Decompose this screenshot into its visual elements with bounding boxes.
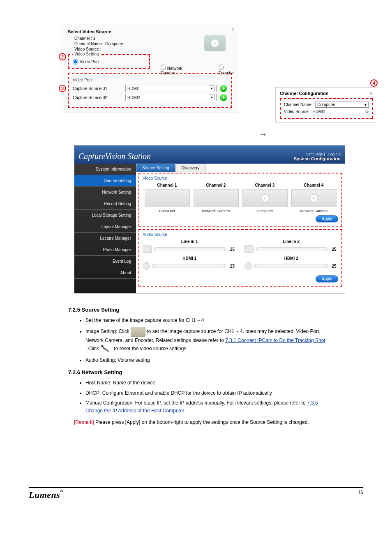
nav-source-setting[interactable]: Source Setting xyxy=(74,175,136,187)
line-in-1: Line in 1 25 xyxy=(143,239,236,253)
ch4-head: Channel 4 xyxy=(291,183,337,187)
ch3-head: Channel 3 xyxy=(242,183,288,187)
nav-layout-manager[interactable]: Layout Manager xyxy=(74,221,136,233)
ch4-thumb: + xyxy=(291,189,337,207)
cvs-header: CaptureVision Station Language | Log out… xyxy=(74,146,345,164)
video-source-panel: Video Source Channel 1 Computer Channel … xyxy=(138,173,342,227)
channel-2[interactable]: Channel 2 Network Camera xyxy=(194,183,239,213)
radio-encoder[interactable]: Encoder xyxy=(219,65,238,75)
hdmi-icon xyxy=(244,262,252,270)
hdmi2-value: 25 xyxy=(330,264,338,268)
radio-encoder-input[interactable] xyxy=(219,65,224,70)
footer: Lumens™ 16 xyxy=(29,487,363,500)
link-7-3-1[interactable]: 7.3.1 Connect IPCam to Do the Tracking S… xyxy=(225,338,325,343)
cvs-main: Source Setting Discovery Video Source Ch… xyxy=(136,164,345,293)
lumens-logo: Lumens™ xyxy=(29,490,64,500)
capture-row-2: Capture Source 02 HDMI2▾ + xyxy=(73,94,227,101)
logout-link[interactable]: Log out xyxy=(328,152,341,156)
gear-icon[interactable]: ✿ xyxy=(365,109,369,114)
chevron-down-icon[interactable]: ▾ xyxy=(209,95,214,100)
audio-source-title: Audio Source xyxy=(143,232,338,237)
line-in-icon xyxy=(244,245,254,253)
cc-fields: Channel Name : Computer▾ Video Source : … xyxy=(280,98,373,119)
cc-close-icon[interactable]: X xyxy=(370,91,373,96)
hdmi2-slider[interactable] xyxy=(254,264,327,268)
callout-3: 3 xyxy=(59,85,66,92)
ch2-caption: Network Camera xyxy=(194,209,239,213)
cap1-select[interactable]: HDMI1▾ xyxy=(125,85,217,92)
heading-7-2-5: 7.2.5 Source Setting xyxy=(68,306,326,314)
audio-source-panel: Audio Source Line in 1 25 Line in 2 25 H… xyxy=(138,229,342,287)
page-number: 16 xyxy=(358,490,363,500)
nav-record-setting[interactable]: Record Setting xyxy=(74,198,136,210)
plus-icon: + xyxy=(310,194,318,202)
video-port-block: Video Port Capture Source 01 HDMI1▾ + Ca… xyxy=(68,73,232,108)
cc-name-select[interactable]: Computer▾ xyxy=(315,102,369,108)
tab-source-setting[interactable]: Source Setting xyxy=(136,164,175,172)
add-source-1-button[interactable]: + xyxy=(220,85,227,92)
add-source-2-button[interactable]: + xyxy=(220,94,227,101)
line1-slider[interactable] xyxy=(154,247,226,251)
radio-network-cam-input[interactable] xyxy=(161,65,166,70)
line1-title: Line in 1 xyxy=(143,239,236,244)
cc-src-value: HDMI1 xyxy=(312,109,364,114)
nav-network-setting[interactable]: Network Setting xyxy=(74,187,136,198)
line2-slider[interactable] xyxy=(256,247,327,251)
hdmi2-title: HDMI 2 xyxy=(244,256,338,261)
channel-3[interactable]: Channel 3 + Computer xyxy=(242,183,288,213)
plus-icon: + xyxy=(261,194,269,202)
hdmi1-slider[interactable] xyxy=(152,264,226,268)
cvs-header-links: Language | Log out System Configuration xyxy=(294,152,341,161)
cap2-label: Capture Source 02 xyxy=(73,95,122,100)
nav-event-log[interactable]: Event Log xyxy=(74,256,136,267)
ch3-thumb: + xyxy=(242,189,288,207)
video-setting-legend: Video Setting xyxy=(73,52,100,56)
apply-audio-button[interactable]: Apply xyxy=(316,275,338,282)
dialog-title: Select Video Source xyxy=(68,29,232,34)
callout-4: 4 xyxy=(370,79,378,87)
language-link[interactable]: Language xyxy=(307,152,323,156)
heading-7-2-6: 7.2.6 Network Setting xyxy=(68,368,326,377)
c2: DHCP: Configure Ethernet and enable DHCP… xyxy=(85,389,326,397)
nav-system-information[interactable]: System Information xyxy=(74,164,136,175)
plus-icon: + xyxy=(211,39,219,47)
nav-lecture-manager[interactable]: Lecture Manager xyxy=(74,233,136,244)
system-configuration-label: System Configuration xyxy=(294,156,341,161)
cc-src-label: Video Source : xyxy=(284,109,311,114)
line1-value: 25 xyxy=(228,247,236,252)
arrow-right-icon: → xyxy=(259,130,267,139)
cvs-title: CaptureVision Station xyxy=(78,152,151,161)
chevron-down-icon[interactable]: ▾ xyxy=(209,86,214,91)
remark-text: Please press [Apply] on the bottom-right… xyxy=(95,419,309,425)
cap2-select[interactable]: HDMI2▾ xyxy=(125,94,217,101)
channel-1[interactable]: Channel 1 Computer xyxy=(145,183,190,213)
ch2-thumb xyxy=(194,189,239,207)
capture-row-1: Capture Source 01 HDMI1▾ + xyxy=(73,85,227,92)
radio-video-port-input[interactable] xyxy=(73,59,78,65)
c1: Host Name: Name of the device xyxy=(85,379,326,387)
nav-photo-manager[interactable]: Photo Manager xyxy=(74,244,136,256)
tab-discovery[interactable]: Discovery xyxy=(175,164,206,172)
hdmi-2: HDMI 2 25 xyxy=(244,256,338,270)
channel-4[interactable]: Channel 4 + Network Camera xyxy=(291,183,337,213)
b2: Image Setting: Click to set the image ca… xyxy=(85,327,326,354)
remark: [Remark] Please press [Apply] on the bot… xyxy=(74,419,326,426)
close-icon[interactable]: X xyxy=(231,27,235,32)
video-setting-fieldset: Video Setting Video Port xyxy=(68,54,150,69)
radio-network-camera[interactable]: Network Camera xyxy=(161,65,194,75)
b3: Audio Setting: Volume setting xyxy=(85,356,326,364)
nav-local-storage-setting[interactable]: Local Storage Setting xyxy=(74,210,136,221)
nav-about[interactable]: About xyxy=(74,267,136,279)
cap1-label: Capture Source 01 xyxy=(73,86,122,91)
radio-video-port[interactable]: Video Port xyxy=(73,59,99,65)
microphone-icon xyxy=(100,344,113,354)
chevron-down-icon[interactable]: ▾ xyxy=(364,102,367,107)
hdmi1-value: 25 xyxy=(228,264,236,268)
apply-video-button[interactable]: Apply xyxy=(316,215,338,222)
channel-config-panel: 4 Channel Configuration X Channel Name :… xyxy=(275,87,377,123)
video-port-title: Video Port xyxy=(73,78,227,82)
ch3-caption: Computer xyxy=(242,209,288,213)
remark-tag: [Remark] xyxy=(74,419,94,425)
tabs: Source Setting Discovery xyxy=(136,164,345,172)
hdmi-1: HDMI 1 25 xyxy=(143,256,236,270)
